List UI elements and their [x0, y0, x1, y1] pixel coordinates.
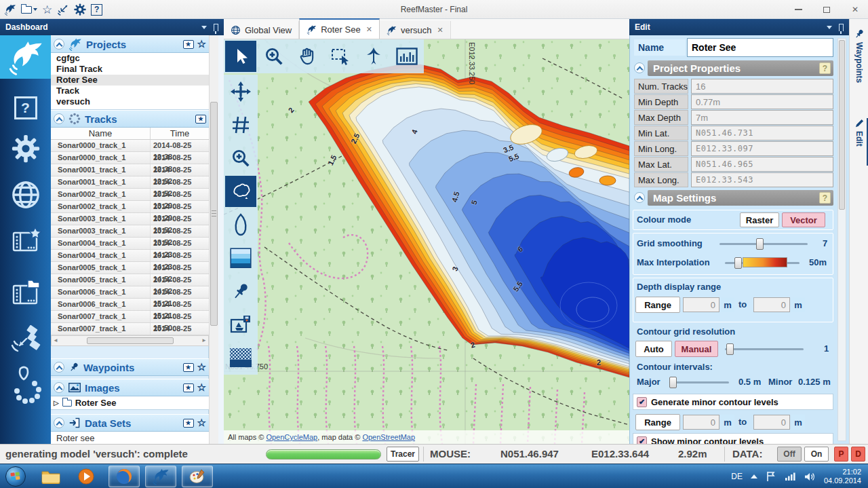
tracks-section-header[interactable]: Tracks ★: [51, 110, 209, 128]
slider-handle[interactable]: [734, 257, 742, 269]
add-to-folder-icon[interactable]: ★: [183, 383, 194, 392]
track-shark-tool-button[interactable]: [358, 41, 389, 72]
taskbar-clock[interactable]: 21:02 04.09.2014: [824, 468, 861, 485]
pan-tool-button[interactable]: [292, 41, 323, 72]
dataset-item[interactable]: Roter see: [51, 432, 209, 444]
add-to-folder-icon[interactable]: ★: [183, 419, 194, 428]
dataset-label[interactable]: Roter see: [56, 433, 94, 443]
waypoint-pin-button[interactable]: [225, 276, 256, 307]
column-time[interactable]: Time: [151, 128, 209, 139]
tracer-button[interactable]: Tracer: [387, 447, 419, 462]
taskbar-paint-icon[interactable]: [182, 466, 213, 487]
collapse-chevron-icon[interactable]: [54, 362, 64, 373]
help-icon[interactable]: ?: [819, 192, 831, 204]
dock-projects-panel-icon[interactable]: [0, 223, 51, 259]
project-item[interactable]: Roter See: [51, 75, 209, 86]
collapse-chevron-icon[interactable]: [54, 113, 64, 124]
dock-shark-logo[interactable]: [0, 35, 51, 79]
side-tab-waypoints[interactable]: Waypoints: [851, 29, 867, 105]
close-tab-icon[interactable]: ✕: [366, 25, 372, 34]
add-to-folder-icon[interactable]: ★: [195, 115, 206, 124]
add-to-folder-icon[interactable]: ★: [183, 363, 194, 372]
project-properties-header[interactable]: Project Properties: [648, 60, 833, 76]
marquee-select-tool-button[interactable]: [325, 41, 356, 72]
track-row[interactable]: Sonar0000_track_12014-08-25 12:38:: [51, 152, 209, 164]
track-row[interactable]: Sonar0006_track_12014-08-25 15:21:: [51, 299, 209, 311]
panel-pin-icon[interactable]: [214, 24, 218, 31]
vector-button[interactable]: Vector: [782, 212, 825, 227]
track-row[interactable]: Sonar0004_track_12014-08-25 14:23:: [51, 250, 209, 262]
dock-files-panel-icon[interactable]: [0, 274, 51, 311]
images-section-header[interactable]: Images ★☆: [51, 379, 209, 396]
slider-handle[interactable]: [726, 343, 734, 355]
map-canvas[interactable]: N051.46.750 E012.33.250: [224, 39, 629, 444]
tracks-column-header[interactable]: Name Time: [51, 128, 209, 140]
tray-expand-icon[interactable]: [751, 474, 757, 478]
slider-handle[interactable]: [756, 238, 764, 250]
network-icon[interactable]: [785, 472, 796, 481]
opencyclemap-link[interactable]: OpenCycleMap: [266, 433, 317, 441]
tab-versuch[interactable]: versuch ✕: [380, 21, 451, 39]
taskbar-explorer-icon[interactable]: [35, 466, 66, 487]
raster-button[interactable]: Raster: [740, 212, 779, 227]
minor-range-to-field[interactable]: 0: [753, 415, 790, 430]
help-icon[interactable]: ?: [819, 62, 831, 74]
tracks-horizontal-scrollbar[interactable]: ◄ ►: [51, 335, 209, 346]
sonar-chart-tool-button[interactable]: [391, 41, 422, 72]
checkbox-checked-icon[interactable]: ✔: [637, 397, 647, 407]
generate-minor-contours-row[interactable]: ✔ Generate minor contour levels: [633, 394, 833, 410]
collapse-chevron-icon[interactable]: [54, 417, 64, 428]
scrollbar-thumb[interactable]: [210, 102, 218, 326]
project-item[interactable]: Track: [51, 86, 209, 96]
minimize-button[interactable]: [789, 3, 807, 16]
images-folder-label[interactable]: Roter See: [75, 398, 117, 408]
dock-globe-icon[interactable]: [0, 178, 51, 212]
dock-settings-gear-icon[interactable]: [0, 134, 51, 163]
project-name-input[interactable]: [687, 38, 833, 57]
scrollbar-thumb[interactable]: [839, 40, 845, 210]
auto-button[interactable]: Auto: [635, 341, 672, 357]
track-row[interactable]: Sonar0002_track_12014-08-25 13:29:: [51, 189, 209, 201]
zoom-tool-button[interactable]: [258, 41, 290, 72]
d-indicator[interactable]: D: [851, 447, 865, 462]
track-row[interactable]: Sonar0003_track_12014-08-25 13:52:: [51, 213, 209, 225]
scroll-left-icon[interactable]: ◄: [53, 337, 58, 344]
scrollbar-thumb[interactable]: [87, 337, 174, 344]
waypoints-section-header[interactable]: Waypoints ★☆: [51, 358, 209, 376]
grid-smoothing-slider[interactable]: [719, 243, 808, 245]
track-row[interactable]: Sonar0000_track_12014-08-25 12:38:: [51, 140, 209, 152]
manual-button[interactable]: Manual: [675, 341, 718, 357]
dock-track-points-icon[interactable]: [0, 365, 51, 405]
collapse-chevron-icon[interactable]: [54, 382, 64, 393]
contour-resolution-slider[interactable]: [725, 348, 804, 350]
taskbar-firefox-icon[interactable]: [108, 466, 140, 487]
track-row[interactable]: Sonar0004_track_12014-08-25 14:23:: [51, 238, 209, 250]
restore-button[interactable]: [818, 3, 835, 16]
p-indicator[interactable]: P: [834, 447, 848, 462]
major-interval-slider[interactable]: [669, 381, 729, 383]
dashboard-scrollbar[interactable]: [209, 35, 218, 444]
base-map-button[interactable]: [225, 176, 256, 207]
add-to-folder-icon[interactable]: ★: [183, 40, 194, 49]
track-row[interactable]: Sonar0002_track_12014-08-25 13:29:: [51, 201, 209, 213]
track-row[interactable]: Sonar0005_track_12014-08-25 14:52:: [51, 262, 209, 274]
boat-view-button[interactable]: [225, 209, 256, 240]
track-row[interactable]: Sonar0006_track_12014-08-25 15:21:: [51, 286, 209, 299]
edit-panel-scrollbar[interactable]: [837, 38, 846, 441]
slider-handle[interactable]: [669, 377, 677, 388]
save-scene-button[interactable]: [225, 309, 256, 340]
action-center-flag-icon[interactable]: [766, 471, 776, 482]
shading-pattern-button[interactable]: [225, 342, 256, 373]
collapse-chevron-icon[interactable]: [634, 62, 645, 73]
star-icon[interactable]: ☆: [197, 361, 206, 373]
star-icon[interactable]: ☆: [197, 417, 206, 429]
select-tool-button[interactable]: [225, 41, 256, 72]
zoom-extent-button[interactable]: [225, 143, 256, 174]
taskbar-mediaplayer-icon[interactable]: [71, 466, 102, 487]
dock-help-icon[interactable]: ?: [0, 95, 51, 121]
datasets-section-header[interactable]: Data Sets ★☆: [51, 414, 209, 432]
start-button[interactable]: [5, 466, 26, 487]
scroll-right-icon[interactable]: ►: [201, 337, 207, 344]
images-tree-item[interactable]: ▷ Roter See: [51, 396, 209, 410]
star-icon[interactable]: ☆: [197, 38, 206, 50]
